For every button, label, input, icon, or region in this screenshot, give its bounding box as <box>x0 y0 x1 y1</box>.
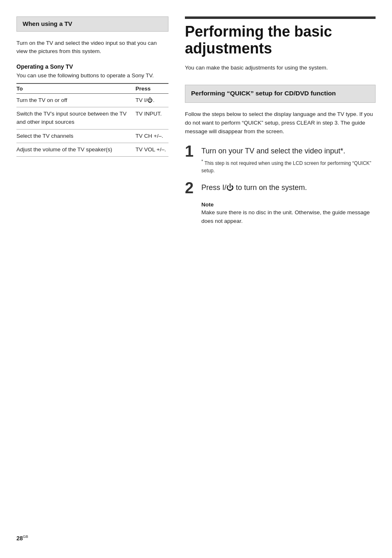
operating-sony-tv-subtitle: You can use the following buttons to ope… <box>16 72 168 80</box>
step-2-number: 2 <box>185 180 197 196</box>
table-cell-action: Switch the TV’s input source between the… <box>16 107 131 130</box>
table-row: Select the TV channelsTV CH +/–. <box>16 129 168 143</box>
footnote-star: * <box>201 159 203 164</box>
top-decorative-bar <box>185 16 376 19</box>
step-1-content: Turn on your TV and select the video inp… <box>201 144 376 174</box>
note-title: Note <box>201 201 376 208</box>
table-cell-press: TV VOL +/–. <box>131 143 168 156</box>
right-column: Performing the basic adjustments You can… <box>185 16 376 542</box>
tv-controls-table: To Press Turn the TV on or offTV I/⏻.Swi… <box>16 83 168 157</box>
main-intro: You can make the basic adjustments for u… <box>185 64 376 72</box>
note-section: Note Make sure there is no disc in the u… <box>201 201 376 226</box>
note-text: Make sure there is no disc in the unit. … <box>201 208 376 226</box>
left-column: When using a TV Turn on the TV and selec… <box>16 16 168 542</box>
step-1-footnote-text: This step is not required when using the… <box>201 160 371 174</box>
table-col2-header: Press <box>131 83 168 94</box>
table-cell-press: TV CH +/–. <box>131 129 168 143</box>
main-title: Performing the basic adjustments <box>185 23 376 57</box>
follow-text: Follow the steps below to select the dis… <box>185 110 376 136</box>
table-cell-press: TV I/⏻. <box>131 93 168 107</box>
when-using-tv-title: When using a TV <box>23 20 162 27</box>
step-1-number: 1 <box>185 144 197 159</box>
when-using-tv-body: Turn on the TV and select the video inpu… <box>16 39 168 56</box>
step-1: 1 Turn on your TV and select the video i… <box>185 144 376 174</box>
table-row: Adjust the volume of the TV speaker(s)TV… <box>16 143 168 156</box>
table-row: Turn the TV on or offTV I/⏻. <box>16 93 168 107</box>
when-using-tv-box: When using a TV <box>16 16 168 32</box>
table-cell-action: Turn the TV on or off <box>16 93 131 107</box>
step-1-main: Turn on your TV and select the video inp… <box>201 146 376 156</box>
quick-setup-title: Performing “QUICK” setup for CD/DVD func… <box>191 89 369 97</box>
quick-setup-box: Performing “QUICK” setup for CD/DVD func… <box>185 85 376 103</box>
table-cell-action: Select the TV channels <box>16 129 131 143</box>
step-2-main: Press I/⏻ to turn on the system. <box>201 183 307 193</box>
step-2-content: Press I/⏻ to turn on the system. <box>201 180 307 194</box>
page-number: 28GB <box>16 535 28 542</box>
table-col1-header: To <box>16 83 131 94</box>
operating-sony-tv-title: Operating a Sony TV <box>16 63 168 70</box>
table-cell-action: Adjust the volume of the TV speaker(s) <box>16 143 131 156</box>
step-2: 2 Press I/⏻ to turn on the system. <box>185 180 376 196</box>
table-cell-press: TV INPUT. <box>131 107 168 130</box>
table-row: Switch the TV’s input source between the… <box>16 107 168 130</box>
step-1-footnote: * This step is not required when using t… <box>201 158 376 174</box>
